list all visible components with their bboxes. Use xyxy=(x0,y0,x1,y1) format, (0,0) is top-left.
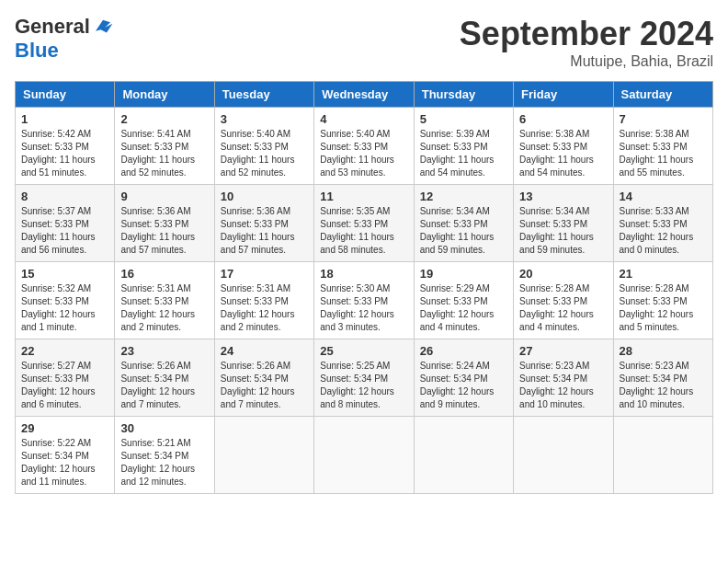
calendar-table: SundayMondayTuesdayWednesdayThursdayFrid… xyxy=(15,81,713,494)
day-number: 23 xyxy=(120,344,208,358)
calendar-cell: 14Sunrise: 5:33 AMSunset: 5:33 PMDayligh… xyxy=(613,185,712,262)
calendar-cell: 30Sunrise: 5:21 AMSunset: 5:34 PMDayligh… xyxy=(115,417,214,494)
title-block: September 2024 Mutuipe, Bahia, Brazil xyxy=(460,15,713,70)
calendar-cell xyxy=(613,417,712,494)
day-number: 9 xyxy=(120,190,208,203)
day-info: Sunrise: 5:28 AMSunset: 5:33 PMDaylight:… xyxy=(519,282,607,334)
day-number: 6 xyxy=(519,112,607,126)
calendar-cell xyxy=(514,417,613,494)
day-number: 13 xyxy=(519,190,607,203)
day-number: 14 xyxy=(620,190,707,203)
calendar-week-row: 29Sunrise: 5:22 AMSunset: 5:34 PMDayligh… xyxy=(16,417,713,494)
day-info: Sunrise: 5:40 AMSunset: 5:33 PMDaylight:… xyxy=(320,128,407,179)
day-number: 15 xyxy=(21,267,108,281)
day-number: 3 xyxy=(221,112,308,126)
calendar-cell: 7Sunrise: 5:38 AMSunset: 5:33 PMDaylight… xyxy=(613,108,712,185)
svg-marker-0 xyxy=(96,20,112,33)
calendar-cell: 4Sunrise: 5:40 AMSunset: 5:33 PMDaylight… xyxy=(314,108,414,185)
day-info: Sunrise: 5:38 AMSunset: 5:33 PMDaylight:… xyxy=(620,128,707,179)
weekday-header-sunday: Sunday xyxy=(16,82,115,108)
weekday-header-row: SundayMondayTuesdayWednesdayThursdayFrid… xyxy=(16,82,713,108)
month-title: September 2024 xyxy=(460,15,713,53)
day-number: 4 xyxy=(320,112,407,126)
day-info: Sunrise: 5:24 AMSunset: 5:34 PMDaylight:… xyxy=(420,360,507,411)
calendar-cell: 24Sunrise: 5:26 AMSunset: 5:34 PMDayligh… xyxy=(214,339,313,417)
weekday-header-monday: Monday xyxy=(115,82,214,108)
calendar-cell: 29Sunrise: 5:22 AMSunset: 5:34 PMDayligh… xyxy=(16,417,115,494)
day-number: 7 xyxy=(620,112,707,126)
calendar-cell: 3Sunrise: 5:40 AMSunset: 5:33 PMDaylight… xyxy=(214,108,313,185)
day-info: Sunrise: 5:35 AMSunset: 5:33 PMDaylight:… xyxy=(320,205,407,257)
calendar-cell: 26Sunrise: 5:24 AMSunset: 5:34 PMDayligh… xyxy=(414,339,513,417)
day-number: 21 xyxy=(620,267,707,281)
day-number: 1 xyxy=(21,112,108,126)
day-info: Sunrise: 5:22 AMSunset: 5:34 PMDaylight:… xyxy=(21,437,108,488)
location-text: Mutuipe, Bahia, Brazil xyxy=(460,53,713,70)
day-info: Sunrise: 5:32 AMSunset: 5:33 PMDaylight:… xyxy=(21,282,108,334)
calendar-cell xyxy=(214,417,313,494)
day-info: Sunrise: 5:26 AMSunset: 5:34 PMDaylight:… xyxy=(221,360,308,411)
calendar-week-row: 8Sunrise: 5:37 AMSunset: 5:33 PMDaylight… xyxy=(16,185,713,262)
calendar-cell: 16Sunrise: 5:31 AMSunset: 5:33 PMDayligh… xyxy=(115,262,214,339)
day-number: 5 xyxy=(420,112,507,126)
day-info: Sunrise: 5:27 AMSunset: 5:33 PMDaylight:… xyxy=(21,360,108,411)
day-info: Sunrise: 5:42 AMSunset: 5:33 PMDaylight:… xyxy=(21,128,108,179)
weekday-header-thursday: Thursday xyxy=(414,82,513,108)
day-info: Sunrise: 5:30 AMSunset: 5:33 PMDaylight:… xyxy=(320,282,407,334)
day-info: Sunrise: 5:33 AMSunset: 5:33 PMDaylight:… xyxy=(620,205,707,257)
calendar-cell: 5Sunrise: 5:39 AMSunset: 5:33 PMDaylight… xyxy=(414,108,513,185)
day-info: Sunrise: 5:31 AMSunset: 5:33 PMDaylight:… xyxy=(221,282,308,334)
calendar-cell: 21Sunrise: 5:28 AMSunset: 5:33 PMDayligh… xyxy=(613,262,712,339)
day-info: Sunrise: 5:40 AMSunset: 5:33 PMDaylight:… xyxy=(221,128,308,179)
day-number: 11 xyxy=(320,190,407,203)
weekday-header-saturday: Saturday xyxy=(613,82,712,108)
day-info: Sunrise: 5:23 AMSunset: 5:34 PMDaylight:… xyxy=(620,360,707,411)
weekday-header-wednesday: Wednesday xyxy=(314,82,414,108)
day-number: 24 xyxy=(221,344,308,358)
calendar-cell xyxy=(314,417,414,494)
day-info: Sunrise: 5:37 AMSunset: 5:33 PMDaylight:… xyxy=(21,205,108,257)
day-number: 18 xyxy=(320,267,407,281)
calendar-cell: 10Sunrise: 5:36 AMSunset: 5:33 PMDayligh… xyxy=(214,185,313,262)
day-number: 10 xyxy=(221,190,308,203)
logo: General Blue xyxy=(15,15,114,63)
day-info: Sunrise: 5:34 AMSunset: 5:33 PMDaylight:… xyxy=(420,205,507,257)
calendar-week-row: 1Sunrise: 5:42 AMSunset: 5:33 PMDaylight… xyxy=(16,108,713,185)
day-number: 25 xyxy=(320,344,407,358)
page-header: General Blue September 2024 Mutuipe, Bah… xyxy=(15,15,713,70)
day-number: 30 xyxy=(120,421,208,435)
day-info: Sunrise: 5:39 AMSunset: 5:33 PMDaylight:… xyxy=(420,128,507,179)
calendar-cell: 28Sunrise: 5:23 AMSunset: 5:34 PMDayligh… xyxy=(613,339,712,417)
calendar-week-row: 22Sunrise: 5:27 AMSunset: 5:33 PMDayligh… xyxy=(16,339,713,417)
day-info: Sunrise: 5:31 AMSunset: 5:33 PMDaylight:… xyxy=(120,282,208,334)
weekday-header-tuesday: Tuesday xyxy=(214,82,313,108)
day-number: 8 xyxy=(21,190,108,203)
calendar-cell: 2Sunrise: 5:41 AMSunset: 5:33 PMDaylight… xyxy=(115,108,214,185)
calendar-cell: 18Sunrise: 5:30 AMSunset: 5:33 PMDayligh… xyxy=(314,262,414,339)
calendar-cell: 13Sunrise: 5:34 AMSunset: 5:33 PMDayligh… xyxy=(514,185,613,262)
calendar-cell: 20Sunrise: 5:28 AMSunset: 5:33 PMDayligh… xyxy=(514,262,613,339)
day-info: Sunrise: 5:21 AMSunset: 5:34 PMDaylight:… xyxy=(120,437,208,488)
calendar-cell: 22Sunrise: 5:27 AMSunset: 5:33 PMDayligh… xyxy=(16,339,115,417)
logo-general-text: General xyxy=(15,15,90,39)
calendar-cell: 11Sunrise: 5:35 AMSunset: 5:33 PMDayligh… xyxy=(314,185,414,262)
day-info: Sunrise: 5:34 AMSunset: 5:33 PMDaylight:… xyxy=(519,205,607,257)
day-number: 19 xyxy=(420,267,507,281)
day-info: Sunrise: 5:36 AMSunset: 5:33 PMDaylight:… xyxy=(221,205,308,257)
calendar-cell: 12Sunrise: 5:34 AMSunset: 5:33 PMDayligh… xyxy=(414,185,513,262)
day-info: Sunrise: 5:41 AMSunset: 5:33 PMDaylight:… xyxy=(120,128,208,179)
day-number: 29 xyxy=(21,421,108,435)
day-info: Sunrise: 5:29 AMSunset: 5:33 PMDaylight:… xyxy=(420,282,507,334)
day-number: 12 xyxy=(420,190,507,203)
calendar-cell: 17Sunrise: 5:31 AMSunset: 5:33 PMDayligh… xyxy=(214,262,313,339)
day-number: 26 xyxy=(420,344,507,358)
day-info: Sunrise: 5:25 AMSunset: 5:34 PMDaylight:… xyxy=(320,360,407,411)
calendar-cell: 6Sunrise: 5:38 AMSunset: 5:33 PMDaylight… xyxy=(514,108,613,185)
day-info: Sunrise: 5:23 AMSunset: 5:34 PMDaylight:… xyxy=(519,360,607,411)
calendar-cell: 27Sunrise: 5:23 AMSunset: 5:34 PMDayligh… xyxy=(514,339,613,417)
day-info: Sunrise: 5:28 AMSunset: 5:33 PMDaylight:… xyxy=(620,282,707,334)
day-info: Sunrise: 5:26 AMSunset: 5:34 PMDaylight:… xyxy=(120,360,208,411)
calendar-cell: 23Sunrise: 5:26 AMSunset: 5:34 PMDayligh… xyxy=(115,339,214,417)
day-number: 2 xyxy=(120,112,208,126)
day-number: 27 xyxy=(519,344,607,358)
